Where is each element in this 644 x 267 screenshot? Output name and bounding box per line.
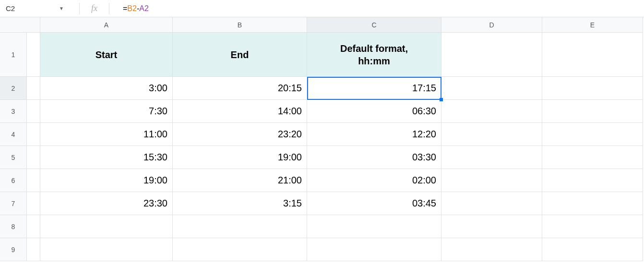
cell-c8[interactable] xyxy=(307,215,441,238)
row-stub xyxy=(27,33,40,77)
cell-e5[interactable] xyxy=(542,146,643,169)
divider xyxy=(79,3,80,14)
row-head-3[interactable]: 3 xyxy=(0,100,27,123)
cell-a1[interactable]: Start xyxy=(40,33,173,77)
cell-b8[interactable] xyxy=(173,215,307,238)
formula-eq: = xyxy=(123,4,127,13)
row-stub xyxy=(27,215,40,238)
col-head-c[interactable]: C xyxy=(307,17,441,33)
row-head-9[interactable]: 9 xyxy=(0,238,27,261)
fx-icon: fx xyxy=(84,3,104,13)
cell-b1[interactable]: End xyxy=(173,33,307,77)
row-stub xyxy=(27,169,40,192)
row-stub xyxy=(27,146,40,169)
row-stub xyxy=(27,77,40,100)
cell-a8[interactable] xyxy=(40,215,173,238)
cell-d2[interactable] xyxy=(441,77,542,100)
row-head-5[interactable]: 5 xyxy=(0,146,27,169)
cell-e3[interactable] xyxy=(542,100,643,123)
cell-c4[interactable]: 12:20 xyxy=(307,123,441,146)
cell-d9[interactable] xyxy=(441,238,542,261)
divider xyxy=(109,3,109,14)
cell-a4[interactable]: 11:00 xyxy=(40,123,173,146)
cell-d4[interactable] xyxy=(441,123,542,146)
row-head-7[interactable]: 7 xyxy=(0,192,27,215)
cell-e1[interactable] xyxy=(542,33,643,77)
cell-a9[interactable] xyxy=(40,238,173,261)
cell-c6[interactable]: 02:00 xyxy=(307,169,441,192)
cell-e6[interactable] xyxy=(542,169,643,192)
cell-b6[interactable]: 21:00 xyxy=(173,169,307,192)
select-all-corner[interactable] xyxy=(0,17,40,33)
row-stub xyxy=(27,192,40,215)
formula-ref-2: A2 xyxy=(139,4,149,13)
cell-c7[interactable]: 03:45 xyxy=(307,192,441,215)
cell-d1[interactable] xyxy=(441,33,542,77)
cell-e4[interactable] xyxy=(542,123,643,146)
cell-c3[interactable]: 06:30 xyxy=(307,100,441,123)
cell-e7[interactable] xyxy=(542,192,643,215)
col-head-b[interactable]: B xyxy=(173,17,307,33)
cell-a5[interactable]: 15:30 xyxy=(40,146,173,169)
name-box[interactable]: C2 ▼ xyxy=(0,0,74,17)
row-head-2[interactable]: 2 xyxy=(0,77,27,100)
cell-c1[interactable]: Default format, hh:mm xyxy=(307,33,441,77)
col-head-d[interactable]: D xyxy=(441,17,542,33)
selection-handle[interactable] xyxy=(440,98,443,101)
row-head-6[interactable]: 6 xyxy=(0,169,27,192)
cell-c2[interactable]: 17:15 xyxy=(307,77,441,100)
cell-d7[interactable] xyxy=(441,192,542,215)
cell-b7[interactable]: 3:15 xyxy=(173,192,307,215)
row-head-4[interactable]: 4 xyxy=(0,123,27,146)
spreadsheet-grid[interactable]: A B C D E 1 Start End Default format, hh… xyxy=(0,17,644,261)
cell-b2[interactable]: 20:15 xyxy=(173,77,307,100)
row-head-1[interactable]: 1 xyxy=(0,33,27,77)
row-stub xyxy=(27,123,40,146)
cell-a6[interactable]: 19:00 xyxy=(40,169,173,192)
col-head-e[interactable]: E xyxy=(542,17,643,33)
cell-c9[interactable] xyxy=(307,238,441,261)
cell-a7[interactable]: 23:30 xyxy=(40,192,173,215)
cell-d5[interactable] xyxy=(441,146,542,169)
formula-ref-1: B2 xyxy=(127,4,137,13)
cell-b5[interactable]: 19:00 xyxy=(173,146,307,169)
cell-c5[interactable]: 03:30 xyxy=(307,146,441,169)
formula-input[interactable]: =B2-A2 xyxy=(114,0,644,17)
name-box-value: C2 xyxy=(6,4,15,12)
cell-a2[interactable]: 3:00 xyxy=(40,77,173,100)
row-stub xyxy=(27,238,40,261)
cell-b4[interactable]: 23:20 xyxy=(173,123,307,146)
cell-e9[interactable] xyxy=(542,238,643,261)
cell-d6[interactable] xyxy=(441,169,542,192)
cell-b9[interactable] xyxy=(173,238,307,261)
cell-e8[interactable] xyxy=(542,215,643,238)
row-stub xyxy=(27,100,40,123)
chevron-down-icon[interactable]: ▼ xyxy=(59,6,64,11)
cell-d8[interactable] xyxy=(441,215,542,238)
cell-e2[interactable] xyxy=(542,77,643,100)
cell-d3[interactable] xyxy=(441,100,542,123)
formula-bar: C2 ▼ fx =B2-A2 xyxy=(0,0,644,17)
row-head-8[interactable]: 8 xyxy=(0,215,27,238)
col-head-a[interactable]: A xyxy=(40,17,173,33)
cell-a3[interactable]: 7:30 xyxy=(40,100,173,123)
cell-b3[interactable]: 14:00 xyxy=(173,100,307,123)
